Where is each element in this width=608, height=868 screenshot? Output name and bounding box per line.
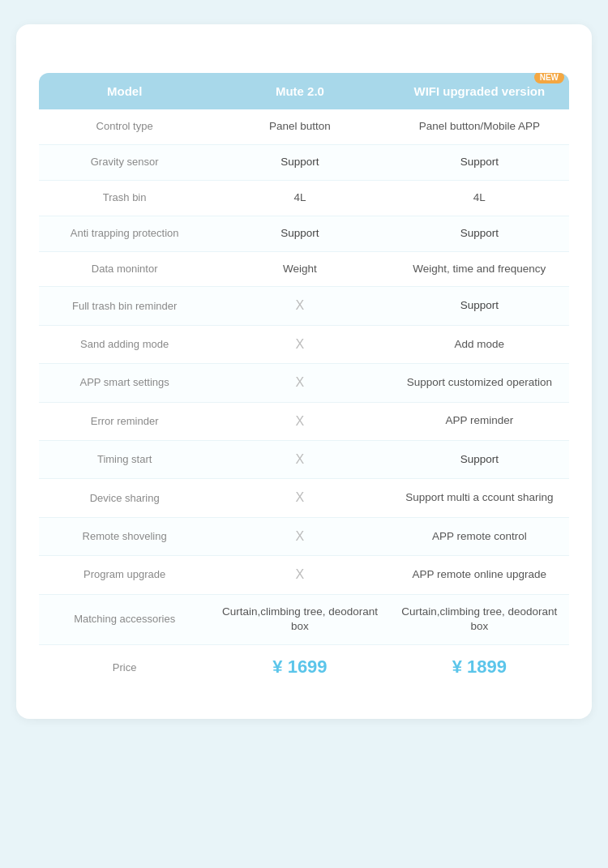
comparison-table: ModelMute 2.0WIFI upgraded versionNEW Co… xyxy=(39,73,569,690)
shopping-guide-card: ModelMute 2.0WIFI upgraded versionNEW Co… xyxy=(16,24,592,719)
wifi-value-cell: Support xyxy=(390,441,569,479)
support-text: Support xyxy=(280,156,319,168)
wifi-value-cell: Add mode xyxy=(390,325,569,363)
wifi-value-cell: APP remote online upgrade xyxy=(390,556,569,594)
mute-value-cell: X xyxy=(210,517,389,555)
mute-value-cell: Support xyxy=(210,144,389,180)
wifi-value-cell: ¥ 1899 xyxy=(390,645,569,690)
x-mark: X xyxy=(296,375,305,389)
feature-cell: Sand adding mode xyxy=(39,325,210,363)
feature-cell: Error reminder xyxy=(39,402,210,440)
x-mark: X xyxy=(296,298,305,312)
x-mark: X xyxy=(296,452,305,466)
wifi-value-cell: APP remote control xyxy=(390,517,569,555)
price-mute: ¥ 1699 xyxy=(272,656,327,677)
x-mark: X xyxy=(296,490,305,504)
table-row: Data monintorWeightWeight, time and freq… xyxy=(39,251,569,287)
price-wifi: ¥ 1899 xyxy=(452,656,507,677)
table-row: Remote shovelingXAPP remote control xyxy=(39,517,569,555)
mute-value-cell: Weight xyxy=(210,251,389,287)
column-header-0: Model xyxy=(39,73,210,109)
wifi-value-cell: Weight, time and frequency xyxy=(390,251,569,287)
wifi-value-cell: Support xyxy=(390,287,569,325)
table-row: Anti trapping protectionSupportSupport xyxy=(39,216,569,251)
table-row: Price¥ 1699¥ 1899 xyxy=(39,645,569,690)
table-row: Matching accessoriesCurtain,climbing tre… xyxy=(39,594,569,645)
feature-cell: Gravity sensor xyxy=(39,144,210,180)
mute-value-cell: X xyxy=(210,287,389,325)
support-text: Support xyxy=(460,227,499,239)
feature-cell: Trash bin xyxy=(39,180,210,216)
wifi-value-cell: APP reminder xyxy=(390,402,569,440)
feature-cell: Full trash bin reminder xyxy=(39,287,210,325)
feature-cell: Device sharing xyxy=(39,479,210,517)
table-row: Error reminderXAPP reminder xyxy=(39,402,569,440)
feature-cell: Remote shoveling xyxy=(39,517,210,555)
mute-value-cell: Panel button xyxy=(210,109,389,144)
mute-value-cell: X xyxy=(210,325,389,363)
wifi-value-cell: Support xyxy=(390,216,569,251)
table-row: Gravity sensorSupportSupport xyxy=(39,144,569,180)
wifi-value-cell: Support xyxy=(390,144,569,180)
feature-cell: Control type xyxy=(39,109,210,144)
table-row: APP smart settingsXSupport customized op… xyxy=(39,364,569,402)
x-mark: X xyxy=(296,567,305,581)
feature-cell: Timing start xyxy=(39,441,210,479)
wifi-value-cell: Curtain,climbing tree, deodorant box xyxy=(390,594,569,645)
x-mark: X xyxy=(296,337,305,351)
mute-value-cell: X xyxy=(210,364,389,402)
feature-cell: APP smart settings xyxy=(39,364,210,402)
mute-value-cell: Support xyxy=(210,216,389,251)
x-mark: X xyxy=(296,529,305,543)
support-text: Support xyxy=(460,156,499,168)
wifi-value-cell: Panel button/Mobile APP xyxy=(390,109,569,144)
table-row: Trash bin4L4L xyxy=(39,180,569,216)
feature-cell: Price xyxy=(39,645,210,690)
table-row: Sand adding modeXAdd mode xyxy=(39,325,569,363)
support-text: Support xyxy=(280,227,319,239)
support-text: Support xyxy=(460,299,499,311)
mute-value-cell: X xyxy=(210,556,389,594)
wifi-value-cell: Support multi a ccount sharing xyxy=(390,479,569,517)
wifi-value-cell: 4L xyxy=(390,180,569,216)
feature-cell: Matching accessories xyxy=(39,594,210,645)
support-text: Support xyxy=(460,453,499,465)
feature-cell: Anti trapping protection xyxy=(39,216,210,251)
feature-cell: Program upgrade xyxy=(39,556,210,594)
mute-value-cell: Curtain,climbing tree, deodorant box xyxy=(210,594,389,645)
column-header-2: WIFI upgraded versionNEW xyxy=(390,73,569,109)
mute-value-cell: 4L xyxy=(210,180,389,216)
mute-value-cell: X xyxy=(210,402,389,440)
x-mark: X xyxy=(296,414,305,428)
mute-value-cell: X xyxy=(210,441,389,479)
mute-value-cell: ¥ 1699 xyxy=(210,645,389,690)
wifi-value-cell: Support customized operation xyxy=(390,364,569,402)
table-row: Full trash bin reminderXSupport xyxy=(39,287,569,325)
table-row: Program upgradeXAPP remote online upgrad… xyxy=(39,556,569,594)
column-header-1: Mute 2.0 xyxy=(210,73,389,109)
new-badge: NEW xyxy=(534,73,564,83)
feature-cell: Data monintor xyxy=(39,251,210,287)
table-row: Device sharingXSupport multi a ccount sh… xyxy=(39,479,569,517)
mute-value-cell: X xyxy=(210,479,389,517)
table-row: Control typePanel buttonPanel button/Mob… xyxy=(39,109,569,144)
table-row: Timing startXSupport xyxy=(39,441,569,479)
